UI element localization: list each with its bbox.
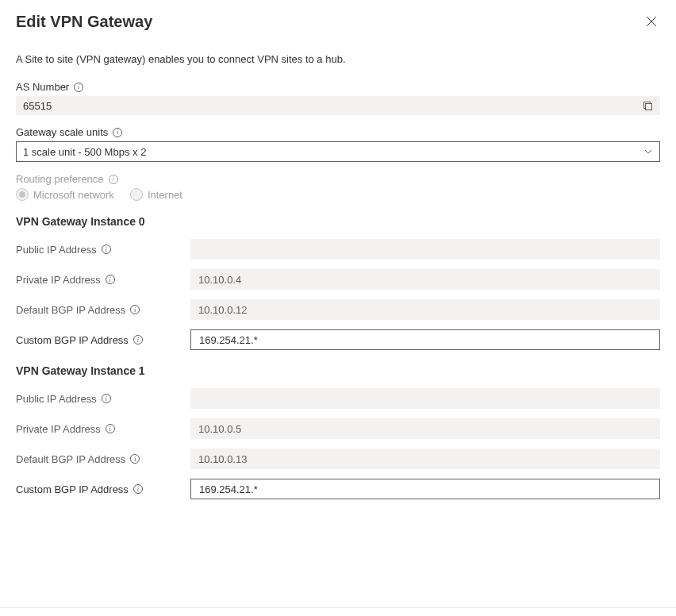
info-icon[interactable]: i bbox=[130, 454, 140, 464]
default-bgp-label: Default BGP IP Address i bbox=[16, 304, 175, 316]
info-icon[interactable]: i bbox=[106, 275, 115, 284]
page-title: Edit VPN Gateway bbox=[16, 13, 152, 31]
private-ip-value: 10.10.0.4 bbox=[190, 269, 660, 290]
public-ip-label: Public IP Address i bbox=[16, 393, 175, 405]
copy-button[interactable] bbox=[643, 101, 653, 111]
info-icon[interactable]: i bbox=[102, 394, 111, 403]
divider bbox=[0, 607, 676, 608]
instance-1-public-ip-row: Public IP Address i bbox=[16, 388, 660, 409]
radio-circle bbox=[16, 188, 29, 201]
custom-bgp-input-0[interactable] bbox=[190, 329, 660, 350]
instance-0-private-ip-row: Private IP Address i 10.10.0.4 bbox=[16, 269, 660, 290]
close-button[interactable] bbox=[643, 13, 660, 30]
public-ip-value bbox=[190, 388, 660, 409]
radio-circle bbox=[130, 188, 143, 201]
instance-0-header: VPN Gateway Instance 0 bbox=[16, 215, 660, 228]
info-icon[interactable]: i bbox=[113, 128, 122, 137]
custom-bgp-label: Custom BGP IP Address i bbox=[16, 334, 175, 346]
as-number-field: AS Number i 65515 bbox=[16, 81, 660, 115]
private-ip-label: Private IP Address i bbox=[16, 423, 175, 435]
chevron-down-icon bbox=[643, 147, 653, 156]
default-bgp-value: 10.10.0.13 bbox=[190, 449, 660, 469]
gateway-scale-label: Gateway scale units i bbox=[16, 126, 660, 138]
routing-preference-label: Routing preference i bbox=[16, 173, 660, 185]
instance-1-private-ip-row: Private IP Address i 10.10.0.5 bbox=[16, 418, 660, 439]
info-icon[interactable]: i bbox=[74, 83, 83, 92]
info-icon[interactable]: i bbox=[130, 305, 140, 314]
as-number-input: 65515 bbox=[16, 96, 660, 115]
radio-microsoft-network: Microsoft network bbox=[16, 188, 114, 201]
routing-preference-field: Routing preference i Microsoft network I… bbox=[16, 173, 660, 201]
private-ip-label: Private IP Address i bbox=[16, 274, 175, 286]
as-number-label: AS Number i bbox=[16, 81, 660, 93]
instance-0-custom-bgp-row: Custom BGP IP Address i bbox=[16, 329, 660, 350]
svg-rect-0 bbox=[646, 103, 652, 110]
info-icon[interactable]: i bbox=[102, 244, 111, 254]
info-icon[interactable]: i bbox=[106, 424, 115, 433]
instance-1-default-bgp-row: Default BGP IP Address i 10.10.0.13 bbox=[16, 449, 660, 469]
instance-1-custom-bgp-row: Custom BGP IP Address i bbox=[16, 479, 660, 499]
custom-bgp-input-1[interactable] bbox=[190, 479, 660, 499]
info-icon[interactable]: i bbox=[109, 175, 118, 184]
custom-bgp-label: Custom BGP IP Address i bbox=[16, 483, 175, 495]
public-ip-label: Public IP Address i bbox=[16, 244, 175, 256]
info-icon[interactable]: i bbox=[133, 335, 143, 345]
routing-preference-radios: Microsoft network Internet bbox=[16, 188, 660, 201]
copy-icon bbox=[643, 101, 653, 111]
instance-0-public-ip-row: Public IP Address i bbox=[16, 239, 660, 260]
radio-internet: Internet bbox=[130, 188, 182, 201]
close-icon bbox=[646, 16, 657, 27]
panel-header: Edit VPN Gateway bbox=[16, 13, 660, 31]
instance-1-header: VPN Gateway Instance 1 bbox=[16, 364, 660, 377]
page-description: A Site to site (VPN gateway) enables you… bbox=[16, 53, 660, 65]
public-ip-value bbox=[190, 239, 660, 260]
default-bgp-label: Default BGP IP Address i bbox=[16, 453, 175, 465]
default-bgp-value: 10.10.0.12 bbox=[190, 299, 660, 320]
gateway-scale-dropdown[interactable]: 1 scale unit - 500 Mbps x 2 bbox=[16, 141, 660, 162]
private-ip-value: 10.10.0.5 bbox=[190, 418, 660, 439]
gateway-scale-field: Gateway scale units i 1 scale unit - 500… bbox=[16, 126, 660, 162]
instance-0-default-bgp-row: Default BGP IP Address i 10.10.0.12 bbox=[16, 299, 660, 320]
info-icon[interactable]: i bbox=[133, 484, 143, 494]
